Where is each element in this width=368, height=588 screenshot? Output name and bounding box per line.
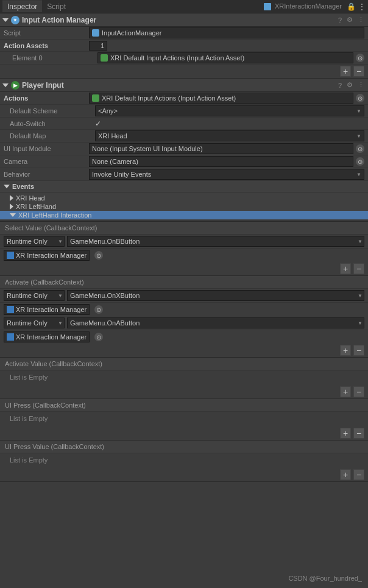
select-remove-btn[interactable]: − xyxy=(353,263,364,274)
watermark: CSDN @Four_hundred_ xyxy=(288,575,362,582)
script-row: Script InputActionManager xyxy=(0,27,368,40)
collapse-triangle[interactable] xyxy=(2,18,9,22)
function-arrow: ▼ xyxy=(358,239,363,244)
camera-circle-btn[interactable]: ⊙ xyxy=(356,157,364,166)
ui-press-add-btn[interactable]: + xyxy=(340,428,351,439)
default-scheme-dropdown[interactable]: <Any> ▼ xyxy=(95,105,364,116)
activate-remove-btn[interactable]: − xyxy=(353,345,364,356)
section-title: Input Action Manager xyxy=(22,16,337,24)
lock-icon[interactable]: 🔒 xyxy=(347,2,356,11)
xri-lefthand-interaction-triangle xyxy=(10,213,16,217)
player-input-header: ▶ Player Input ? ⚙ ⋮ xyxy=(0,79,368,92)
ui-press-remove-btn[interactable]: − xyxy=(353,428,364,439)
tab-script[interactable]: Script xyxy=(42,1,71,12)
script-object-ref[interactable]: InputActionManager xyxy=(89,27,364,38)
activate-entry-1: Runtime Only ▼ GameMenu.OnAButton ▼ xyxy=(0,316,368,330)
tree-item-xri-head[interactable]: XRI Head xyxy=(0,194,368,202)
activate-value-empty-text: List is Empty xyxy=(5,370,52,384)
ui-press-empty-text: List is Empty xyxy=(5,411,52,426)
select-function-dropdown[interactable]: GameMenu.OnBButton ▼ xyxy=(67,236,364,247)
action-assets-count[interactable]: 1 xyxy=(89,41,107,51)
behavior-row: Behavior Invoke Unity Events ▼ xyxy=(0,168,368,181)
activate-xr-icon-0 xyxy=(7,306,14,313)
ui-input-module-value[interactable]: None (Input System UI Input Module) xyxy=(89,143,353,154)
select-obj-circle-btn[interactable]: ⊙ xyxy=(94,251,103,260)
player-input-section: ▶ Player Input ? ⚙ ⋮ Actions XRI Default… xyxy=(0,79,368,482)
settings-icon[interactable]: ⚙ xyxy=(345,16,354,24)
activate-title: Activate (CallbackContext) xyxy=(0,276,368,289)
activate-xr-obj-1[interactable]: XR Interaction Manager xyxy=(4,331,90,342)
ui-input-circle-btn[interactable]: ⊙ xyxy=(356,144,364,153)
camera-value[interactable]: None (Camera) xyxy=(89,156,353,167)
ui-press-title: UI Press (CallbackContext) xyxy=(0,399,368,412)
ui-press-value-empty-text: List is Empty xyxy=(5,453,52,467)
player-input-triangle[interactable] xyxy=(2,83,9,87)
activate-function-1[interactable]: GameMenu.OnAButton ▼ xyxy=(67,317,364,328)
activate-value-add-btn[interactable]: + xyxy=(340,386,351,397)
default-map-dropdown[interactable]: XRI Head ▼ xyxy=(95,130,364,141)
events-tree: XRI Head XRI LeftHand XRI LeftHand Inter… xyxy=(0,193,368,221)
activate-value-empty: List is Empty xyxy=(0,370,368,385)
element-circle-btn[interactable]: ⊙ xyxy=(356,54,364,62)
inspector-header: Inspector Script XRInteractionManager 🔒 … xyxy=(0,0,368,13)
header-menu-icon[interactable]: ⋮ xyxy=(358,2,366,11)
action-assets-label: Action Assets xyxy=(4,42,89,49)
script-icon xyxy=(264,3,271,10)
auto-switch-row: Auto-Switch ✓ xyxy=(0,118,368,130)
behavior-label: Behavior xyxy=(4,171,89,178)
select-add-remove: + − xyxy=(0,262,368,275)
player-actions-label: Actions xyxy=(4,94,89,102)
xr-interaction-manager-ref: XRInteractionManager xyxy=(264,2,342,10)
ui-input-module-label: UI Input Module xyxy=(4,145,89,152)
select-value-title: Select Value (CallbackContext) xyxy=(0,222,368,235)
activate-runtime-1[interactable]: Runtime Only ▼ xyxy=(4,317,65,328)
menu-icon[interactable]: ⋮ xyxy=(356,16,366,24)
element-icon xyxy=(101,54,108,62)
ui-press-callback: UI Press (CallbackContext) List is Empty… xyxy=(0,398,368,440)
activate-obj-circle-btn-0[interactable]: ⊙ xyxy=(94,305,103,314)
activate-add-btn[interactable]: + xyxy=(340,345,351,356)
behavior-arrow: ▼ xyxy=(356,172,361,177)
select-add-btn[interactable]: + xyxy=(340,263,351,274)
events-title: Events xyxy=(12,183,34,190)
auto-switch-checkbox[interactable]: ✓ xyxy=(95,119,101,128)
player-input-help[interactable]: ? xyxy=(337,82,343,89)
activate-value-title: Activate Value (CallbackContext) xyxy=(0,358,368,370)
auto-switch-label: Auto-Switch xyxy=(10,120,95,127)
input-action-manager-header: ✦ Input Action Manager ? ⚙ ⋮ xyxy=(0,13,368,27)
ui-press-add-remove: + − xyxy=(0,427,368,440)
activate-runtime-0[interactable]: Runtime Only ▼ xyxy=(4,290,65,301)
tab-inspector[interactable]: Inspector xyxy=(2,1,42,12)
ui-input-module-row: UI Input Module None (Input System UI In… xyxy=(0,143,368,155)
player-actions-value[interactable]: XRI Default Input Actions (Input Action … xyxy=(89,93,353,104)
player-input-icon: ▶ xyxy=(11,81,19,90)
element-0-row: Element 0 XRI Default Input Actions (Inp… xyxy=(0,52,368,65)
activate-obj-circle-btn-1[interactable]: ⊙ xyxy=(94,333,103,341)
select-runtime-dropdown[interactable]: Runtime Only ▼ xyxy=(4,236,65,247)
activate-function-0[interactable]: GameMenu.OnXButton ▼ xyxy=(67,290,364,301)
ui-press-value-remove-btn[interactable]: − xyxy=(353,469,364,480)
activate-value-callback: Activate Value (CallbackContext) List is… xyxy=(0,357,368,398)
select-xr-obj[interactable]: XR Interaction Manager xyxy=(4,250,90,261)
activate-value-remove-btn[interactable]: − xyxy=(353,386,364,397)
dropdown-arrow: ▼ xyxy=(356,108,361,114)
remove-asset-button[interactable]: − xyxy=(353,66,364,77)
element-label: Element 0 xyxy=(12,54,97,62)
add-asset-button[interactable]: + xyxy=(340,66,351,77)
tree-item-xri-lefthand-interaction[interactable]: XRI LeftHand Interaction xyxy=(0,211,368,219)
default-map-label: Default Map xyxy=(10,132,95,140)
select-value-callback: Select Value (CallbackContext) Runtime O… xyxy=(0,221,368,275)
default-map-arrow: ▼ xyxy=(356,133,361,139)
events-triangle[interactable] xyxy=(4,185,10,188)
player-input-settings[interactable]: ⚙ xyxy=(345,81,354,89)
ui-press-value-add-btn[interactable]: + xyxy=(340,469,351,480)
behavior-dropdown[interactable]: Invoke Unity Events ▼ xyxy=(89,169,364,180)
activate-xr-obj-0[interactable]: XR Interaction Manager xyxy=(4,304,90,315)
actions-circle-btn[interactable]: ⊙ xyxy=(356,94,364,102)
default-map-row: Default Map XRI Head ▼ xyxy=(0,130,368,143)
header-icons: ? ⚙ ⋮ xyxy=(337,16,366,24)
element-value[interactable]: XRI Default Input Actions (Input Action … xyxy=(97,52,353,63)
tree-item-xri-lefthand[interactable]: XRI LeftHand xyxy=(0,202,368,211)
help-icon[interactable]: ? xyxy=(337,16,343,24)
player-input-menu[interactable]: ⋮ xyxy=(356,81,366,89)
